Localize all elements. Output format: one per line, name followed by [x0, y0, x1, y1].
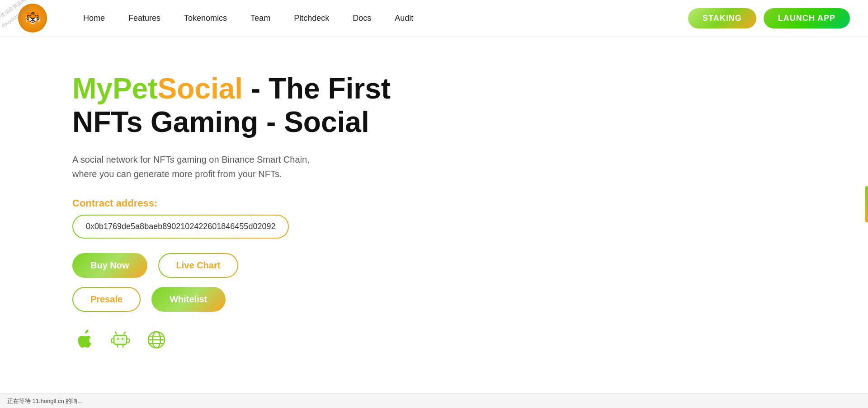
right-accent-bar [865, 186, 868, 222]
svg-point-0 [117, 338, 119, 340]
apple-icon[interactable] [72, 328, 96, 352]
nav-links: Home Features Tokenomics Team Pitchdeck … [83, 14, 688, 23]
nav-actions: STAKING LAUNCH APP [688, 8, 850, 28]
presale-button[interactable]: Presale [72, 287, 141, 312]
navbar: 🐯 Home Features Tokenomics Team Pitchdec… [0, 0, 868, 36]
status-bar: 正在等待 11.hongll.cn 的响... [0, 394, 868, 408]
logo-icon: 🐯 [18, 4, 47, 33]
contract-address-box[interactable]: 0x0b1769de5a8baeb890210242260​1846455d02… [72, 215, 289, 239]
nav-features[interactable]: Features [128, 14, 160, 23]
hero-section: MyPetSocial - The FirstNFTs Gaming - Soc… [0, 36, 407, 379]
hero-title: MyPetSocial - The FirstNFTs Gaming - Soc… [72, 72, 407, 139]
whitelist-button[interactable]: Whitelist [151, 287, 225, 312]
live-chart-button[interactable]: Live Chart [158, 253, 239, 278]
nav-pitchdeck[interactable]: Pitchdeck [294, 14, 329, 23]
buttons-row-2: Presale Whitelist [72, 287, 407, 312]
contract-label: Contract address: [72, 197, 407, 209]
buy-now-button[interactable]: Buy Now [72, 253, 147, 278]
hero-title-green: MyPet [72, 72, 158, 105]
status-text: 正在等待 11.hongll.cn 的响... [7, 397, 82, 405]
android-icon[interactable] [108, 328, 132, 352]
nav-team[interactable]: Team [250, 14, 270, 23]
svg-point-1 [122, 338, 123, 340]
buttons-row-1: Buy Now Live Chart [72, 253, 407, 278]
nav-home[interactable]: Home [83, 14, 105, 23]
hero-title-orange: Social [158, 72, 243, 105]
globe-icon[interactable] [145, 328, 168, 352]
logo[interactable]: 🐯 [18, 4, 47, 33]
staking-button[interactable]: STAKING [688, 8, 756, 28]
contract-address-text: 0x0b1769de5a8baeb890210242260​1846455d02… [86, 222, 275, 231]
nav-docs[interactable]: Docs [353, 14, 371, 23]
hero-subtitle: A social network for NFTs gaming on Bina… [72, 152, 344, 181]
launch-app-button[interactable]: LAUNCH APP [764, 8, 850, 28]
platform-icons [72, 328, 407, 352]
nav-audit[interactable]: Audit [395, 14, 413, 23]
nav-tokenomics[interactable]: Tokenomics [184, 14, 227, 23]
